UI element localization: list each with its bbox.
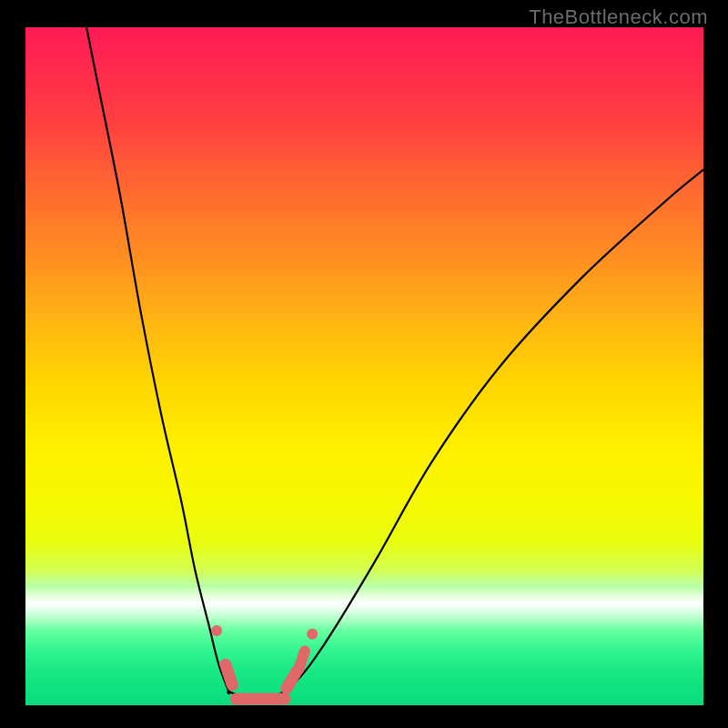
marker-pill <box>287 672 297 689</box>
marker-layer <box>211 625 318 699</box>
bottleneck-curve <box>86 27 703 700</box>
marker-dot <box>307 629 318 640</box>
chart-frame: TheBottleneck.com <box>0 0 728 728</box>
marker-dot <box>211 625 222 636</box>
watermark-text: TheBottleneck.com <box>529 5 708 29</box>
marker-pill <box>298 651 305 669</box>
bottleneck-curve-path <box>86 27 703 700</box>
curve-layer <box>25 27 703 705</box>
marker-pill <box>226 664 232 684</box>
plot-area <box>25 27 703 705</box>
